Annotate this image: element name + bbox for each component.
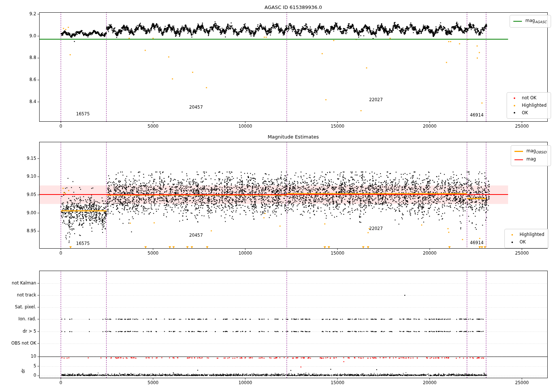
plot1-title: AGASC ID 615389936.0: [39, 4, 547, 10]
legend-entry-highlighted-2: Highlighted: [508, 231, 544, 239]
mag-line-swatch: [514, 159, 523, 160]
legend-entry-ok-2: OK: [508, 239, 544, 246]
legend-label-highlighted-2: Highlighted: [520, 231, 544, 239]
legend-label-not-ok: not OK: [522, 94, 536, 102]
legend-entry-mag-agasc: magAGASC: [513, 17, 547, 25]
obsid-label-20457-mag: 20457: [189, 233, 203, 238]
obsid-label-16575-mag: 16575: [76, 241, 90, 246]
legend-label-mag-obsid: magOBSID: [526, 147, 547, 156]
legend-entry-not-ok: not OK: [510, 94, 547, 102]
figure: AGASC ID 615389936.0 Magnitude Estimates…: [0, 0, 560, 392]
legend-label-highlighted: Highlighted: [522, 102, 547, 109]
not-ok-dot-swatch: [514, 97, 515, 99]
legend-entry-mag-obsid: magOBSID: [514, 147, 547, 156]
plot2-legend-points: Highlighted OK: [504, 229, 549, 248]
ok-dot-swatch: [514, 112, 515, 113]
plot2-legend-lines: magOBSID mag: [511, 145, 551, 166]
mag-agasc-line-swatch: [513, 21, 522, 22]
obsid-label-22027: 22027: [369, 97, 383, 102]
ok-dot-swatch: [511, 242, 513, 243]
plot1-legend-line: magAGASC: [510, 15, 551, 28]
plot2-title: Magnitude Estimates: [39, 134, 547, 140]
legend-label-ok: OK: [522, 109, 528, 117]
legend-entry-highlighted: Highlighted: [510, 102, 547, 109]
obsid-label-46914: 46914: [470, 112, 484, 118]
obsid-label-22027-mag: 22027: [369, 226, 383, 231]
obsid-label-46914-mag: 46914: [470, 240, 484, 245]
legend-entry-ok: OK: [510, 109, 547, 117]
legend-entry-mag: mag: [514, 156, 547, 164]
plots-canvas: [0, 0, 560, 392]
legend-label-mag: mag: [526, 156, 536, 164]
highlighted-dot-swatch: [511, 234, 513, 236]
obsid-label-20457: 20457: [189, 105, 203, 110]
highlighted-dot-swatch: [514, 105, 515, 106]
plot1-legend-points: not OK Highlighted OK: [507, 92, 551, 119]
obsid-label-16575: 16575: [76, 111, 90, 116]
mag-obsid-line-swatch: [514, 151, 523, 152]
legend-label-ok-2: OK: [520, 239, 526, 246]
legend-label-mag-agasc: magAGASC: [525, 17, 547, 25]
